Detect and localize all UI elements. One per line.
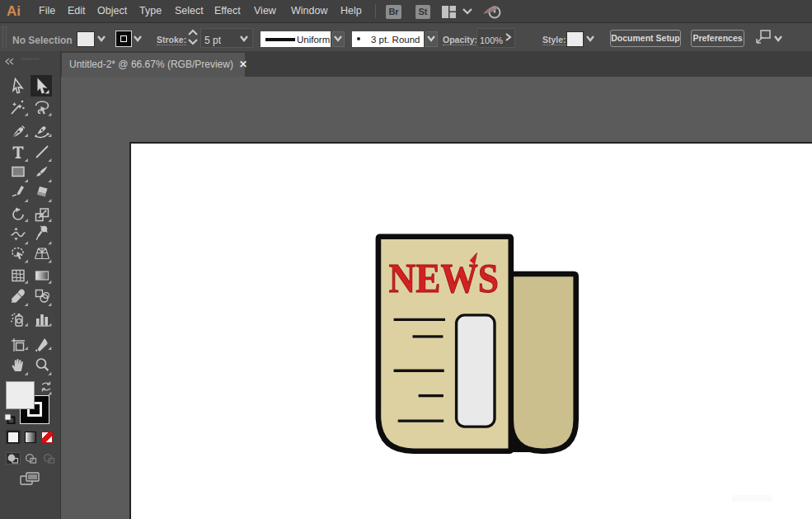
svg-text:NEWS: NEWS <box>389 255 500 301</box>
